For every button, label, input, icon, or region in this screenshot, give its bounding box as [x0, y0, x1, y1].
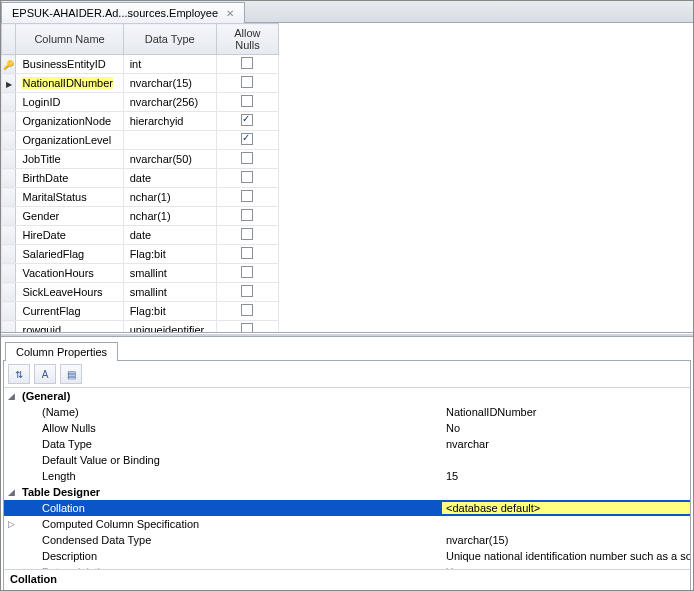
table-row[interactable]: rowguiduniqueidentifier	[2, 321, 279, 334]
allow-nulls-checkbox[interactable]	[241, 266, 253, 278]
property-row[interactable]: DescriptionUnique national identificatio…	[4, 548, 690, 564]
property-name: Table Designer	[18, 486, 442, 498]
allow-nulls-checkbox[interactable]	[241, 76, 253, 88]
property-value[interactable]: <database default>	[442, 502, 690, 514]
property-row[interactable]: ◢Table Designer	[4, 484, 690, 500]
property-grid[interactable]: ◢(General)(Name)NationalIDNumberAllow Nu…	[4, 388, 690, 569]
property-row[interactable]: (Name)NationalIDNumber	[4, 404, 690, 420]
property-row[interactable]: Length15	[4, 468, 690, 484]
property-row[interactable]: Allow NullsNo	[4, 420, 690, 436]
table-row[interactable]: 🔑BusinessEntityIDint	[2, 55, 279, 74]
sort-categorized-button[interactable]: ⇅	[8, 364, 30, 384]
column-name[interactable]: HireDate	[22, 229, 65, 241]
property-name: Allow Nulls	[18, 422, 442, 434]
column-datatype[interactable]: nvarchar(256)	[123, 93, 216, 112]
allow-nulls-checkbox[interactable]	[241, 228, 253, 240]
allow-nulls-checkbox[interactable]	[241, 304, 253, 316]
property-description: Collation	[4, 569, 690, 591]
column-name[interactable]: CurrentFlag	[22, 305, 80, 317]
column-datatype[interactable]: date	[123, 169, 216, 188]
table-row[interactable]: Gendernchar(1)	[2, 207, 279, 226]
property-name: Default Value or Binding	[18, 454, 442, 466]
column-name[interactable]: MaritalStatus	[22, 191, 86, 203]
allow-nulls-checkbox[interactable]	[241, 114, 253, 126]
allow-nulls-checkbox[interactable]	[241, 285, 253, 297]
tab-column-properties[interactable]: Column Properties	[5, 342, 118, 361]
column-name[interactable]: VacationHours	[22, 267, 93, 279]
property-value[interactable]: No	[442, 422, 690, 434]
column-grid[interactable]: Column Name Data Type Allow Nulls 🔑Busin…	[1, 23, 693, 333]
property-tab-bar: Column Properties	[1, 337, 693, 360]
column-name[interactable]: LoginID	[22, 96, 60, 108]
column-datatype[interactable]: date	[123, 226, 216, 245]
property-row[interactable]: Data Typenvarchar	[4, 436, 690, 452]
column-name[interactable]: SalariedFlag	[22, 248, 84, 260]
column-datatype[interactable]: hierarchyid	[123, 112, 216, 131]
column-name[interactable]: NationalIDNumber	[22, 77, 112, 89]
table-row[interactable]: HireDatedate	[2, 226, 279, 245]
property-pages-button[interactable]: ▤	[60, 364, 82, 384]
column-name[interactable]: BusinessEntityID	[22, 58, 105, 70]
table-row[interactable]: NationalIDNumbernvarchar(15)	[2, 74, 279, 93]
column-datatype[interactable]: nchar(1)	[123, 207, 216, 226]
property-row[interactable]: ◢(General)	[4, 388, 690, 404]
table-row[interactable]: SalariedFlagFlag:bit	[2, 245, 279, 264]
table-row[interactable]: OrganizationLevel	[2, 131, 279, 150]
column-name[interactable]: rowguid	[22, 324, 61, 333]
allow-nulls-checkbox[interactable]	[241, 209, 253, 221]
allow-nulls-checkbox[interactable]	[241, 190, 253, 202]
column-datatype[interactable]: smallint	[123, 264, 216, 283]
property-value[interactable]: Unique national identification number su…	[442, 550, 690, 562]
allow-nulls-checkbox[interactable]	[241, 133, 253, 145]
table-row[interactable]: SickLeaveHourssmallint	[2, 283, 279, 302]
property-value[interactable]: nvarchar(15)	[442, 534, 690, 546]
property-row[interactable]: Default Value or Binding	[4, 452, 690, 468]
column-name[interactable]: Gender	[22, 210, 59, 222]
column-datatype[interactable]: smallint	[123, 283, 216, 302]
property-value[interactable]: nvarchar	[442, 438, 690, 450]
allow-nulls-checkbox[interactable]	[241, 152, 253, 164]
property-row[interactable]: Condensed Data Typenvarchar(15)	[4, 532, 690, 548]
allow-nulls-checkbox[interactable]	[241, 247, 253, 259]
property-row[interactable]: ▷Computed Column Specification	[4, 516, 690, 532]
colhdr-dtype[interactable]: Data Type	[123, 24, 216, 55]
document-tab[interactable]: EPSUK-AHAIDER.Ad...sources.Employee ✕	[1, 2, 245, 23]
column-datatype[interactable]: Flag:bit	[123, 302, 216, 321]
close-icon[interactable]: ✕	[224, 7, 236, 19]
column-datatype[interactable]: uniqueidentifier	[123, 321, 216, 334]
property-value[interactable]: 15	[442, 470, 690, 482]
allow-nulls-checkbox[interactable]	[241, 57, 253, 69]
table-row[interactable]: CurrentFlagFlag:bit	[2, 302, 279, 321]
sort-alpha-button[interactable]: A	[34, 364, 56, 384]
column-name[interactable]: OrganizationLevel	[22, 134, 111, 146]
allow-nulls-checkbox[interactable]	[241, 95, 253, 107]
property-name: (Name)	[18, 406, 442, 418]
column-datatype[interactable]: Flag:bit	[123, 245, 216, 264]
expand-icon[interactable]: ◢	[4, 391, 18, 401]
column-name[interactable]: BirthDate	[22, 172, 68, 184]
primary-key-icon: 🔑	[3, 60, 14, 70]
expand-icon[interactable]: ▷	[4, 519, 18, 529]
column-datatype[interactable]: int	[123, 55, 216, 74]
column-name[interactable]: SickLeaveHours	[22, 286, 102, 298]
column-name[interactable]: OrganizationNode	[22, 115, 111, 127]
property-name: Condensed Data Type	[18, 534, 442, 546]
expand-icon[interactable]: ◢	[4, 487, 18, 497]
colhdr-name[interactable]: Column Name	[16, 24, 123, 55]
column-name[interactable]: JobTitle	[22, 153, 60, 165]
allow-nulls-checkbox[interactable]	[241, 171, 253, 183]
table-row[interactable]: JobTitlenvarchar(50)	[2, 150, 279, 169]
table-row[interactable]: OrganizationNodehierarchyid	[2, 112, 279, 131]
colhdr-nulls[interactable]: Allow Nulls	[216, 24, 278, 55]
allow-nulls-checkbox[interactable]	[241, 323, 253, 333]
table-row[interactable]: LoginIDnvarchar(256)	[2, 93, 279, 112]
column-datatype[interactable]: nvarchar(50)	[123, 150, 216, 169]
table-row[interactable]: VacationHourssmallint	[2, 264, 279, 283]
column-datatype[interactable]: nvarchar(15)	[123, 74, 216, 93]
table-row[interactable]: MaritalStatusnchar(1)	[2, 188, 279, 207]
property-row[interactable]: Collation<database default>	[4, 500, 690, 516]
property-value[interactable]: NationalIDNumber	[442, 406, 690, 418]
table-row[interactable]: BirthDatedate	[2, 169, 279, 188]
column-datatype[interactable]	[123, 131, 216, 150]
column-datatype[interactable]: nchar(1)	[123, 188, 216, 207]
